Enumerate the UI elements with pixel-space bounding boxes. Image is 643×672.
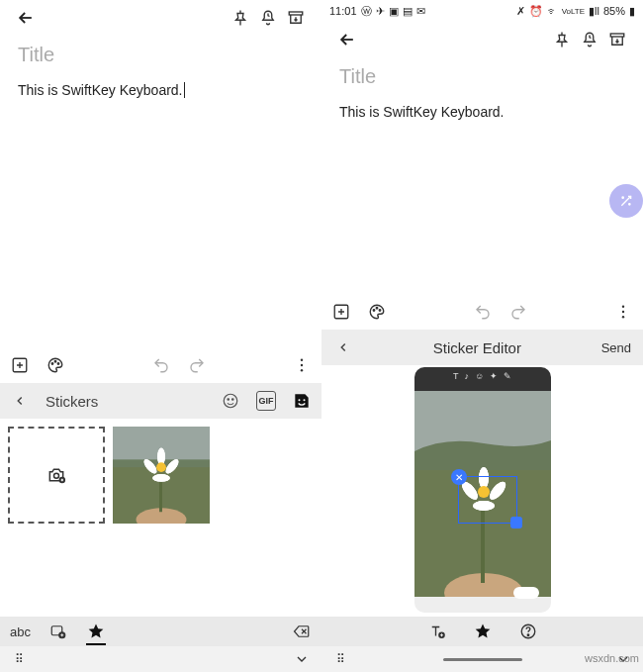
overflow-icon[interactable] xyxy=(613,302,633,322)
preview-text-icon[interactable]: T xyxy=(453,371,459,387)
svg-point-35 xyxy=(373,310,375,312)
status-bar: 11:01 ⓦ ✈ ▣ ▤ ✉ ✗ ⏰ ᯤ VoLTE ▮ll 85% ▮ xyxy=(322,0,643,22)
app-top-bar xyxy=(322,22,643,57)
watermark: wsxdn.com xyxy=(585,652,639,664)
svg-point-10 xyxy=(232,399,234,401)
svg-rect-19 xyxy=(159,479,162,512)
signal-icon: ▮ll xyxy=(589,5,599,18)
preview-sticker-icon[interactable]: ☺ xyxy=(475,371,484,387)
sticker-thumbnail[interactable] xyxy=(113,427,210,524)
palette-icon[interactable] xyxy=(367,302,387,322)
stickers-title: Stickers xyxy=(46,393,98,410)
preview-music-icon[interactable]: ♪ xyxy=(464,371,469,387)
redo-icon[interactable] xyxy=(187,355,207,375)
add-sticker-tile[interactable] xyxy=(8,427,105,524)
svg-rect-31 xyxy=(610,34,624,37)
keyboard-grid-icon[interactable]: ⠿ xyxy=(10,649,30,669)
gif-icon[interactable]: GIF xyxy=(256,391,276,411)
note-title-placeholder[interactable]: Title xyxy=(339,65,625,88)
pin-icon[interactable] xyxy=(548,26,576,53)
preview-sparkle-icon[interactable]: ✦ xyxy=(490,371,498,387)
svg-point-2 xyxy=(51,363,53,365)
svg-point-39 xyxy=(622,311,624,313)
nav-bar: ⠿ xyxy=(0,646,322,672)
svg-point-12 xyxy=(304,399,306,401)
sticker-tab-icon[interactable] xyxy=(292,391,312,411)
redo-icon[interactable] xyxy=(508,302,528,322)
sticker-preview[interactable]: T ♪ ☺ ✦ ✎ ✕ xyxy=(414,367,551,613)
svg-point-8 xyxy=(224,394,237,408)
svg-rect-55 xyxy=(414,597,551,613)
keyboard-bottom-row xyxy=(322,617,643,646)
crop-close-icon[interactable]: ✕ xyxy=(451,469,467,485)
svg-point-36 xyxy=(376,308,378,310)
palette-icon[interactable] xyxy=(46,355,65,375)
reminder-icon[interactable] xyxy=(254,4,282,32)
left-pane: Title This is SwiftKey Keyboard. Sticker… xyxy=(0,0,322,672)
camera-add-icon xyxy=(46,465,66,485)
sticker-picker-icon[interactable] xyxy=(48,622,68,641)
sticker-editor-title: Sticker Editor xyxy=(353,339,601,356)
text-add-icon[interactable] xyxy=(427,622,447,641)
emoji-icon[interactable] xyxy=(221,391,240,411)
archive-icon[interactable] xyxy=(282,4,310,32)
abc-button[interactable]: abc xyxy=(10,624,31,639)
alarm-icon: ⏰ xyxy=(529,5,543,18)
battery-icon: ▮ xyxy=(629,5,635,18)
add-box-icon[interactable] xyxy=(331,302,351,322)
undo-icon[interactable] xyxy=(473,302,493,322)
preview-draw-icon[interactable]: ✎ xyxy=(504,371,511,387)
star-tab-icon[interactable] xyxy=(473,622,493,641)
undo-icon[interactable] xyxy=(151,355,171,375)
sticker-editor-body: T ♪ ☺ ✦ ✎ ✕ xyxy=(322,365,643,617)
note-body[interactable]: This is SwiftKey Keyboard. xyxy=(339,104,625,120)
note-format-bar xyxy=(0,347,322,383)
back-icon[interactable] xyxy=(12,4,40,32)
svg-point-28 xyxy=(156,462,166,472)
dnd-icon: ✗ xyxy=(516,5,525,18)
svg-point-6 xyxy=(301,364,303,366)
keyboard-grid-icon[interactable]: ⠿ xyxy=(331,649,351,669)
note-body[interactable]: This is SwiftKey Keyboard. xyxy=(18,82,304,98)
pin-icon[interactable] xyxy=(227,4,254,32)
status-time: 11:01 xyxy=(329,5,357,17)
keyboard-bottom-row: abc xyxy=(0,617,322,646)
svg-point-7 xyxy=(301,369,303,371)
svg-point-37 xyxy=(379,310,381,312)
note-title-placeholder[interactable]: Title xyxy=(18,44,304,66)
svg-rect-56 xyxy=(513,587,539,599)
chevron-down-icon[interactable] xyxy=(292,649,312,669)
backspace-icon[interactable] xyxy=(292,622,312,641)
telegram-icon: ✈ xyxy=(376,5,385,18)
send-button[interactable]: Send xyxy=(601,340,631,355)
crop-selection[interactable]: ✕ xyxy=(458,476,517,524)
magic-fab-icon[interactable] xyxy=(609,184,643,218)
add-box-icon[interactable] xyxy=(10,355,30,375)
note-area[interactable]: Title This is SwiftKey Keyboard. xyxy=(0,36,322,106)
wifi-icon: ᯤ xyxy=(547,5,558,17)
help-icon[interactable] xyxy=(518,622,538,641)
svg-point-38 xyxy=(622,306,624,308)
right-pane: 11:01 ⓦ ✈ ▣ ▤ ✉ ✗ ⏰ ᯤ VoLTE ▮ll 85% ▮ xyxy=(322,0,643,672)
chevron-left-icon[interactable] xyxy=(333,337,353,357)
note-area[interactable]: Title This is SwiftKey Keyboard. xyxy=(322,57,643,128)
reminder-icon[interactable] xyxy=(576,26,603,53)
svg-rect-0 xyxy=(289,12,303,15)
overflow-icon[interactable] xyxy=(292,355,312,375)
message-icon: ▣ xyxy=(389,5,399,18)
svg-point-13 xyxy=(54,473,59,478)
svg-point-4 xyxy=(57,363,59,365)
back-icon[interactable] xyxy=(333,26,361,53)
svg-point-3 xyxy=(54,361,56,363)
volte-icon: VoLTE xyxy=(562,7,585,16)
home-indicator[interactable] xyxy=(443,658,522,661)
sticker-grid xyxy=(0,419,322,617)
star-tab-icon[interactable] xyxy=(86,622,106,641)
mail-icon: ✉ xyxy=(416,5,425,18)
svg-point-33 xyxy=(629,204,630,205)
chevron-left-icon[interactable] xyxy=(10,391,30,411)
crop-resize-handle[interactable] xyxy=(510,517,522,528)
archive-icon[interactable] xyxy=(603,26,631,53)
app-top-bar xyxy=(0,0,322,36)
svg-point-59 xyxy=(527,634,529,636)
